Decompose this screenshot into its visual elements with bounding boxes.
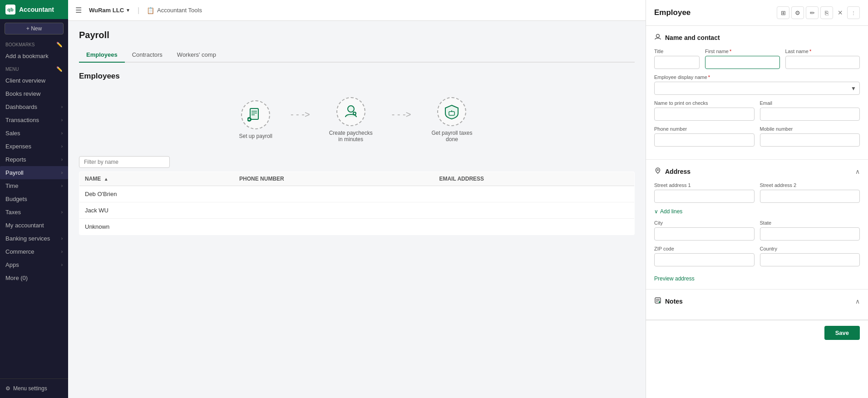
collapse-address-icon[interactable]: ∧ [855,168,860,175]
col-header-name[interactable]: NAME ▲ [79,172,234,186]
sidebar-item-add-bookmark[interactable]: Add a bookmark [0,49,68,63]
filter-input[interactable] [79,156,170,168]
table-row[interactable]: Deb O'Brien [79,186,635,202]
sidebar-item-dashboards[interactable]: Dashboards › [0,100,68,113]
display-name-label: Employee display name* [654,74,860,80]
table-row[interactable]: Unknown [79,219,635,235]
close-button[interactable]: × [835,7,845,19]
title-label: Title [654,49,700,54]
sidebar-item-time[interactable]: Time › [0,179,68,192]
sidebar-item-client-overview[interactable]: Client overview [0,74,68,87]
address-row-1: Street address 1 Street address 2 [654,182,860,203]
company-selector[interactable]: WuRam LLC ▼ [89,7,130,14]
address-row-2: City State [654,220,860,241]
chevron-down-icon: ∨ [654,208,658,215]
last-name-input[interactable] [785,56,860,69]
table-row[interactable]: Jack WU [79,202,635,219]
accountant-tools-link[interactable]: 📋 Accountant Tools [147,7,202,14]
tab-employees[interactable]: Employees [79,48,125,63]
field-street2: Street address 2 [760,182,860,203]
gear-icon: ⚙ [795,10,800,16]
sidebar-item-my-accountant[interactable]: My accountant [0,219,68,232]
chevron-right-icon: › [61,157,63,162]
sidebar-item-banking-services[interactable]: Banking services › [0,232,68,245]
sidebar-item-commerce[interactable]: Commerce › [0,245,68,258]
panel-expand-btn[interactable]: ⋮ [847,6,860,19]
field-phone: Phone number [654,126,755,147]
field-first-name: First name* [705,49,780,69]
print-name-label: Name to print on checks [654,100,755,106]
state-input[interactable] [760,227,860,241]
field-street1: Street address 1 [654,182,755,203]
edit-menu-icon[interactable]: ✏️ [56,66,63,72]
sidebar-item-sales[interactable]: Sales › [0,127,68,140]
field-email: Email [760,100,860,121]
print-name-input[interactable] [654,108,755,121]
col-header-email[interactable]: EMAIL ADDRESS [434,172,634,186]
phone-input[interactable] [654,133,755,147]
setup-step-1: Set up payroll [239,100,272,139]
sidebar-item-reports[interactable]: Reports › [0,153,68,166]
setup-step-3: Get payroll taxes done [429,97,474,142]
state-label: State [760,220,860,226]
panel-action-btn-2[interactable]: ⚙ [791,6,804,19]
edit-bookmarks-icon[interactable]: ✏️ [56,42,63,48]
chevron-right-icon: › [61,236,63,241]
first-name-input[interactable] [705,56,780,69]
name-row-1: Title First name* Last name* [654,49,860,69]
street2-input[interactable] [760,190,860,203]
sidebar-item-books-review[interactable]: Books review [0,87,68,100]
panel-action-btn-4[interactable]: ⎘ [820,6,833,19]
chevron-right-icon: › [61,131,63,136]
mobile-input[interactable] [760,133,860,147]
chevron-right-icon: › [61,183,63,188]
employee-phone [234,186,434,202]
notes-icon [654,297,661,306]
tab-contractors[interactable]: Contractors [125,48,170,63]
zip-label: ZIP code [654,246,755,251]
sidebar-item-expenses[interactable]: Expenses › [0,140,68,153]
hamburger-menu-icon[interactable]: ☰ [75,6,82,15]
email-input[interactable] [760,108,860,121]
preview-address-link[interactable]: Preview address [654,275,695,282]
employee-name: Deb O'Brien [79,186,234,202]
sidebar-item-budgets[interactable]: Budgets [0,192,68,206]
panel-action-btn-1[interactable]: ⊞ [777,6,789,19]
chevron-down-icon: ▼ [126,8,130,13]
field-state: State [760,220,860,241]
chevron-right-icon: › [61,249,63,254]
display-name-input[interactable] [654,82,860,95]
employee-panel: Employee ⊞ ⚙ ✏ ⎘ × ⋮ [646,0,868,398]
sidebar-item-taxes[interactable]: Taxes › [0,206,68,219]
city-input[interactable] [654,227,755,241]
country-input[interactable] [760,253,860,266]
last-name-label: Last name* [785,49,860,54]
employee-name: Jack WU [79,202,234,219]
sidebar-item-payroll[interactable]: Payroll › [0,166,68,179]
street1-input[interactable] [654,190,755,203]
sidebar-item-apps[interactable]: Apps › [0,258,68,271]
section-header-address: Address ∧ [654,167,860,176]
section-header-name-contact: Name and contact [654,33,860,42]
gear-icon: ⚙ [5,385,10,392]
title-input[interactable] [654,56,700,69]
sidebar-item-transactions[interactable]: Transactions › [0,113,68,127]
section-title-name-contact: Name and contact [654,33,720,42]
employee-email [434,186,634,202]
svg-point-13 [656,34,660,38]
add-lines-link[interactable]: ∨ Add lines [654,208,860,215]
sidebar-menu-settings[interactable]: ⚙ Menu settings [5,383,63,394]
field-city: City [654,220,755,241]
new-button[interactable]: + New [5,23,64,34]
sidebar-item-more[interactable]: More (0) [0,271,68,285]
address-row-3: ZIP code Country [654,246,860,266]
zip-input[interactable] [654,253,755,266]
save-button[interactable]: Save [824,326,860,340]
employees-table: NAME ▲ PHONE NUMBER EMAIL ADDRESS Deb O'… [79,172,635,235]
collapse-notes-icon[interactable]: ∧ [855,298,860,305]
expand-icon: ⋮ [851,10,856,15]
col-header-phone[interactable]: PHONE NUMBER [234,172,434,186]
tab-workers-comp[interactable]: Workers' comp [170,48,223,63]
notes-section: Notes ∧ [646,290,868,320]
panel-action-btn-3[interactable]: ✏ [806,6,819,19]
